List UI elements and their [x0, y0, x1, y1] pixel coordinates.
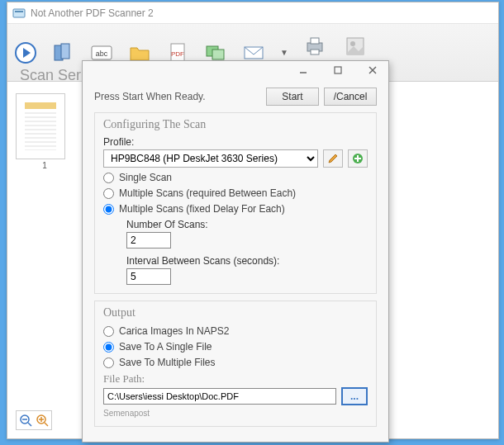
maximize-button[interactable] — [326, 63, 350, 78]
batch-scan-dialog: Press Start When Ready. Start /Cancel Co… — [82, 60, 389, 443]
svg-rect-0 — [13, 9, 25, 17]
app-title: Not Another PDF Scanner 2 — [31, 7, 154, 19]
radio-multi-required[interactable]: Multiple Scans (required Between Each) — [103, 187, 368, 199]
svg-text:abc: abc — [96, 50, 108, 58]
picture-icon — [344, 35, 367, 58]
output-title: Output — [103, 306, 368, 320]
out-single-label: Save To A Single File — [119, 341, 212, 353]
page-thumbnail[interactable] — [16, 93, 65, 159]
minimize-button[interactable] — [291, 63, 316, 78]
interval-input[interactable] — [126, 268, 171, 285]
svg-rect-11 — [212, 50, 224, 59]
filepath-label: File Path: — [103, 372, 368, 386]
pencil-icon — [327, 153, 339, 164]
ellipsis-icon: ... — [350, 391, 359, 402]
svg-rect-5 — [61, 44, 69, 59]
zoom-bar — [16, 410, 52, 430]
toolbar-dropdown-icon[interactable]: ▼ — [280, 48, 288, 57]
app-icon — [12, 7, 26, 20]
page-number: 1 — [16, 161, 74, 170]
profile-label: Profile: — [103, 136, 368, 148]
profile-select[interactable]: HP9BC848 (HP DeskJet 3630 Series) — [103, 149, 318, 168]
config-title: Configuring The Scan — [103, 118, 368, 131]
printer-icon — [303, 35, 326, 58]
zoom-out-button[interactable] — [18, 413, 33, 428]
close-button[interactable] — [360, 63, 385, 78]
scan-button[interactable] — [14, 41, 37, 64]
svg-line-19 — [28, 423, 31, 426]
profiles-button[interactable] — [52, 41, 75, 64]
radio-multi-req-label: Multiple Scans (required Between Each) — [119, 187, 296, 199]
svg-rect-26 — [335, 67, 341, 73]
out-multi-label: Save To Multiple Files — [119, 357, 216, 368]
interval-label: Interval Between Scans (seconds): — [126, 255, 368, 267]
svg-rect-1 — [15, 11, 23, 12]
radio-multi-fix-label: Multiple Scans (fixed Delay For Each) — [119, 203, 285, 215]
start-button[interactable]: Start — [266, 88, 319, 106]
out-carica-label: Carica Images In NAPS2 — [119, 325, 229, 337]
svg-rect-15 — [311, 50, 319, 54]
main-titlebar: Not Another PDF Scanner 2 — [7, 2, 498, 24]
num-scans-label: Number Of Scans: — [126, 219, 368, 230]
radio-out-multi[interactable]: Save To Multiple Files — [103, 357, 368, 368]
num-scans-input[interactable] — [126, 232, 171, 249]
svg-rect-14 — [311, 38, 319, 44]
dialog-titlebar — [83, 61, 388, 79]
browse-button[interactable]: ... — [341, 387, 368, 405]
filepath-input[interactable] — [103, 388, 336, 405]
svg-point-17 — [350, 41, 355, 46]
plus-icon — [352, 153, 364, 164]
add-profile-button[interactable] — [348, 149, 368, 168]
svg-line-22 — [45, 423, 48, 426]
cancel-button[interactable]: /Cancel — [324, 88, 377, 106]
thumbnail-panel: 1 — [16, 93, 74, 170]
play-icon — [14, 41, 37, 64]
radio-out-carica[interactable]: Carica Images In NAPS2 — [103, 325, 368, 337]
radio-out-single[interactable]: Save To A Single File — [103, 341, 368, 353]
svg-text:PDF: PDF — [171, 50, 184, 58]
edit-profile-button[interactable] — [323, 149, 343, 168]
radio-multi-fixed[interactable]: Multiple Scans (fixed Delay For Each) — [103, 203, 368, 215]
radio-single-label: Single Scan — [119, 172, 172, 183]
hint-text: Press Start When Ready. — [94, 91, 206, 102]
output-group: Output Carica Images In NAPS2 Save To A … — [94, 301, 377, 427]
zoom-in-button[interactable] — [35, 413, 50, 428]
radio-single-scan[interactable]: Single Scan — [103, 172, 368, 183]
footer-text: Semenapost — [103, 409, 368, 418]
profiles-icon — [52, 41, 75, 64]
config-group: Configuring The Scan Profile: HP9BC848 (… — [94, 112, 377, 294]
main-window: Not Another PDF Scanner 2 abc PDF ▼ Prin… — [7, 2, 499, 439]
